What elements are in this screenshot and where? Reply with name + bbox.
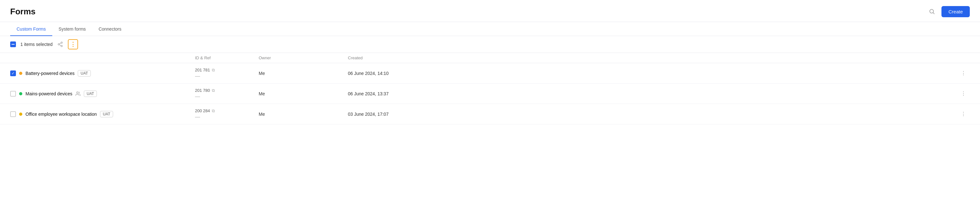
table-row: Mains-powered devices UAT 201 780 ⧉ — Me… bbox=[0, 83, 980, 104]
search-icon bbox=[929, 8, 935, 15]
id-value-1: 201 781 ⧉ bbox=[195, 68, 259, 73]
status-dot-1 bbox=[19, 72, 22, 75]
col-header-owner: Owner bbox=[259, 56, 348, 60]
uat-badge-2: UAT bbox=[84, 91, 97, 97]
id-cell-3: 200 284 ⧉ — bbox=[195, 108, 259, 120]
svg-line-5 bbox=[60, 45, 61, 46]
id-cell-1: 201 781 ⧉ — bbox=[195, 68, 259, 79]
owner-cell-1: Me bbox=[259, 71, 348, 76]
row-actions-cell-3: ⋮ bbox=[957, 110, 970, 119]
toolbar: 1 items selected ⋮ bbox=[0, 36, 980, 53]
uat-badge-3: UAT bbox=[100, 111, 113, 117]
table-row: ✓ Battery-powered devices UAT 201 781 ⧉ … bbox=[0, 63, 980, 83]
col-header-created: Created bbox=[348, 56, 957, 60]
id-number-2: 201 780 bbox=[195, 88, 210, 93]
copy-icon-2[interactable]: ⧉ bbox=[212, 88, 215, 93]
row-more-button-3[interactable]: ⋮ bbox=[959, 110, 968, 119]
id-dash-2: — bbox=[195, 94, 259, 99]
svg-line-1 bbox=[933, 13, 934, 14]
status-dot-3 bbox=[19, 113, 22, 116]
created-cell-1: 06 June 2024, 14:10 bbox=[348, 71, 957, 76]
form-name-2[interactable]: Mains-powered devices bbox=[25, 91, 72, 96]
created-cell-3: 03 June 2024, 17:07 bbox=[348, 112, 957, 117]
copy-icon-3[interactable]: ⧉ bbox=[212, 108, 215, 113]
row-name-cell-3: Office employee workspace location UAT bbox=[10, 111, 195, 117]
id-value-2: 201 780 ⧉ bbox=[195, 88, 259, 93]
form-name-3[interactable]: Office employee workspace location bbox=[25, 112, 97, 117]
page-wrapper: Forms Create Custom Forms System forms C… bbox=[0, 0, 980, 220]
id-number-1: 201 781 bbox=[195, 68, 210, 72]
row-more-button-2[interactable]: ⋮ bbox=[959, 89, 968, 98]
table-container: ID & Ref Owner Created ✓ Battery-powered… bbox=[0, 53, 980, 124]
col-header-actions bbox=[957, 56, 970, 60]
row-checkbox-1[interactable]: ✓ bbox=[10, 70, 16, 76]
tabs-row: Custom Forms System forms Connectors bbox=[0, 22, 980, 36]
status-dot-2 bbox=[19, 92, 22, 95]
header-actions: Create bbox=[926, 6, 970, 17]
created-cell-2: 06 June 2024, 13:37 bbox=[348, 91, 957, 96]
row-checkbox-3[interactable] bbox=[10, 111, 16, 117]
row-actions-cell-1: ⋮ bbox=[957, 69, 970, 78]
page-title: Forms bbox=[10, 7, 35, 17]
search-button[interactable] bbox=[926, 6, 938, 17]
tab-connectors[interactable]: Connectors bbox=[92, 22, 128, 36]
more-actions-icon: ⋮ bbox=[70, 41, 76, 48]
share-icon bbox=[57, 41, 63, 47]
owner-cell-2: Me bbox=[259, 91, 348, 96]
table-row: Office employee workspace location UAT 2… bbox=[0, 104, 980, 124]
col-header-id: ID & Ref bbox=[195, 56, 259, 60]
row-checkbox-2[interactable] bbox=[10, 91, 16, 97]
owner-cell-3: Me bbox=[259, 112, 348, 117]
svg-line-6 bbox=[60, 43, 61, 44]
table-header: ID & Ref Owner Created bbox=[0, 53, 980, 63]
col-header-name bbox=[10, 56, 195, 60]
id-value-3: 200 284 ⧉ bbox=[195, 108, 259, 113]
row-actions-cell-2: ⋮ bbox=[957, 89, 970, 98]
create-button[interactable]: Create bbox=[942, 6, 970, 17]
users-icon-2 bbox=[75, 91, 81, 96]
copy-icon-1[interactable]: ⧉ bbox=[212, 68, 215, 73]
id-dash-3: — bbox=[195, 114, 259, 120]
svg-point-0 bbox=[930, 9, 934, 13]
svg-point-7 bbox=[76, 92, 78, 93]
tab-custom-forms[interactable]: Custom Forms bbox=[10, 22, 52, 36]
selected-count: 1 items selected bbox=[21, 42, 52, 47]
uat-badge-1: UAT bbox=[78, 70, 91, 77]
form-name-1[interactable]: Battery-powered devices bbox=[25, 71, 75, 76]
id-dash-1: — bbox=[195, 73, 259, 79]
share-button[interactable] bbox=[56, 40, 65, 49]
select-all-checkbox[interactable] bbox=[10, 41, 16, 47]
bulk-actions-button[interactable]: ⋮ bbox=[68, 39, 78, 49]
row-name-cell-1: ✓ Battery-powered devices UAT bbox=[10, 70, 195, 77]
tab-system-forms[interactable]: System forms bbox=[52, 22, 92, 36]
id-number-3: 200 284 bbox=[195, 108, 210, 113]
row-more-button-1[interactable]: ⋮ bbox=[959, 69, 968, 78]
row-name-cell-2: Mains-powered devices UAT bbox=[10, 91, 195, 97]
id-cell-2: 201 780 ⧉ — bbox=[195, 88, 259, 99]
header: Forms Create bbox=[0, 0, 980, 22]
